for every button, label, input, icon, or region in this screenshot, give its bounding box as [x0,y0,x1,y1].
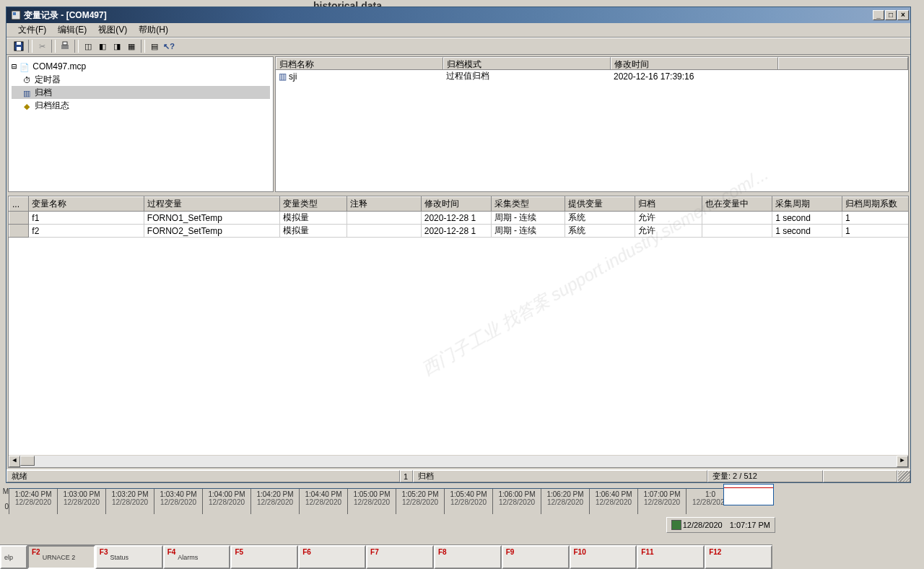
help-icon[interactable]: ↖? [162,40,175,53]
cell-alsoin[interactable] [702,212,772,225]
col-provvar[interactable]: 提供变量 [565,197,635,212]
fkey-f10[interactable]: F10 [570,545,637,569]
cell-factor[interactable]: 1 [842,212,908,225]
col-modtime[interactable]: 修改时间 [421,197,491,212]
col-procvar[interactable]: 过程变量 [144,197,279,212]
fkey-f12[interactable]: F12 [705,545,772,569]
cell-procvar[interactable]: FORNO2_SetTemp [144,225,279,238]
cell-comment[interactable] [347,225,422,238]
time-tick: 1:04:20 PM12/28/2020 [250,489,299,514]
menubar: 文件(F) 编辑(E) 视图(V) 帮助(H) [6,23,910,38]
svg-rect-3 [17,47,21,51]
toolbar: ✂ ◫ ◧ ◨ ▦ ▤ ↖? [6,38,910,55]
col-colltype[interactable]: 采集类型 [491,197,565,212]
cell-archive[interactable]: 允许 [635,212,702,225]
col-vartype[interactable]: 变量类型 [279,197,346,212]
row-handle[interactable] [9,212,29,225]
close-button[interactable]: × [897,10,909,20]
cell-alsoin[interactable] [702,225,772,238]
tree-pane[interactable]: ⊟ 📄 COM497.mcp ⏱ 定时器 ▥ 归档 ◆ 归档组态 [8,56,274,192]
table-row[interactable]: f2FORNO2_SetTemp模拟量2020-12-28 1周期 - 连续系统… [9,225,909,238]
scroll-thumb[interactable] [20,456,35,466]
col-cycle[interactable]: 采集周期 [772,197,842,212]
time-tick: 1:05:40 PM12/28/2020 [444,489,492,514]
cell-comment[interactable] [347,212,422,225]
tool-icon-1[interactable]: ◫ [82,40,95,53]
cell-modtime[interactable]: 2020-12-28 1 [421,212,491,225]
fkey-help[interactable]: elp [0,545,27,569]
tray-date: 12/28/2020 [683,521,723,529]
archive-mode-value: 过程值归档 [443,70,611,82]
print-icon[interactable] [58,40,71,53]
col-archive-name[interactable]: 归档名称 [276,57,443,69]
row-handle[interactable] [9,225,29,238]
fkey-f8[interactable]: F8 [434,545,502,569]
fkey-f11[interactable]: F11 [637,545,705,569]
cell-provvar[interactable]: 系统 [565,225,635,238]
cell-archive[interactable]: 允许 [635,225,702,238]
props-icon[interactable]: ▤ [148,40,161,53]
variable-grid-pane: ... 变量名称 过程变量 变量类型 注释 修改时间 采集类型 提供变量 归档 … [8,196,909,468]
col-rowhandle[interactable]: ... [9,197,29,212]
tree-item-archive-config[interactable]: ◆ 归档组态 [12,99,270,112]
cell-modtime[interactable]: 2020-12-28 1 [421,225,491,238]
grid-hscrollbar[interactable]: ◄ ► [9,455,908,467]
grid-icon[interactable]: ▦ [125,40,138,53]
tree-root[interactable]: ⊟ 📄 COM497.mcp [12,60,270,73]
save-icon[interactable] [12,40,25,53]
fkey-f6[interactable]: F6 [298,545,366,569]
scroll-right-button[interactable]: ► [897,456,908,467]
tool-icon-3[interactable]: ◨ [110,40,123,53]
col-spacer [778,57,908,69]
cell-procvar[interactable]: FORNO1_SetTemp [144,212,279,225]
file-icon: 📄 [19,61,30,71]
col-archive[interactable]: 归档 [635,197,702,212]
fkey-f7[interactable]: F7 [366,545,434,569]
window-title: 变量记录 - [COM497] [24,9,873,22]
time-tick: 1:02:40 PM12/28/2020 [9,489,57,514]
fkey-f5[interactable]: F5 [230,545,298,569]
cell-colltype[interactable]: 周期 - 连续 [491,225,565,238]
cell-factor[interactable]: 1 [842,225,908,238]
cell-vartype[interactable]: 模拟量 [279,225,346,238]
fkey-f9[interactable]: F9 [502,545,570,569]
fkey-f2[interactable]: F2URNACE 2 [27,545,95,569]
svg-rect-1 [13,12,16,15]
menu-file[interactable]: 文件(F) [12,22,52,38]
time-axis: M 0 1:02:40 PM12/28/20201:03:00 PM12/28/… [0,484,772,514]
minimize-button[interactable]: _ [873,10,884,20]
tree-item-archive[interactable]: ▥ 归档 [12,86,270,99]
fkey-f3[interactable]: F3Status [95,545,163,569]
cell-varname[interactable]: f2 [29,225,144,238]
variable-grid[interactable]: ... 变量名称 过程变量 变量类型 注释 修改时间 采集类型 提供变量 归档 … [9,196,908,238]
scroll-left-button[interactable]: ◄ [9,456,20,467]
menu-edit[interactable]: 编辑(E) [52,22,92,38]
menu-view[interactable]: 视图(V) [92,22,133,38]
cell-cycle[interactable]: 1 second [772,225,842,238]
cell-vartype[interactable]: 模拟量 [279,212,346,225]
cell-provvar[interactable]: 系统 [565,212,635,225]
status-num: 1 [400,470,413,482]
archive-row[interactable]: ▥ sji 过程值归档 2020-12-16 17:39:16 [276,70,908,82]
cell-varname[interactable]: f1 [29,212,144,225]
time-tick: 1:04:00 PM12/28/2020 [202,489,250,514]
col-varname[interactable]: 变量名称 [29,197,144,212]
svg-rect-6 [63,42,67,45]
tool-icon-2[interactable]: ◧ [96,40,109,53]
col-factor[interactable]: 归档周期系数 [842,197,908,212]
content-area: ⊟ 📄 COM497.mcp ⏱ 定时器 ▥ 归档 ◆ 归档组态 [6,55,910,469]
tree-item-timer[interactable]: ⏱ 定时器 [12,73,270,86]
table-row[interactable]: f1FORNO1_SetTemp模拟量2020-12-28 1周期 - 连续系统… [9,212,909,225]
col-modtime[interactable]: 修改时间 [611,57,778,69]
cell-cycle[interactable]: 1 second [772,212,842,225]
resize-grip[interactable] [897,470,910,482]
menu-help[interactable]: 帮助(H) [133,22,174,38]
maximize-button[interactable]: □ [885,10,897,20]
col-archive-mode[interactable]: 归档模式 [443,57,611,69]
tray-icon[interactable] [671,520,681,530]
cut-icon[interactable]: ✂ [35,40,48,53]
fkey-f4[interactable]: F4Alarms [163,545,231,569]
col-comment[interactable]: 注释 [347,197,422,212]
col-alsoin[interactable]: 也在变量中 [702,197,772,212]
cell-colltype[interactable]: 周期 - 连续 [491,212,565,225]
